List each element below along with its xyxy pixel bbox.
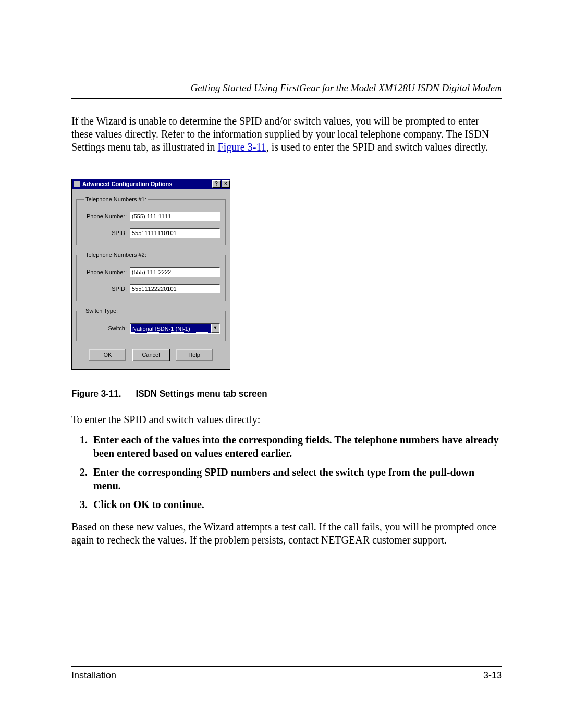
- group2-legend: Telephone Numbers #2:: [84, 252, 148, 258]
- phone1-label: Phone Number:: [82, 213, 130, 219]
- spid2-input[interactable]: [130, 284, 220, 293]
- step-item: Enter the corresponding SPID numbers and…: [90, 465, 502, 492]
- group3-legend: Switch Type:: [84, 307, 119, 314]
- switch-selected-value: National ISDN-1 (NI-1): [130, 324, 211, 333]
- switch-type-group: Switch Type: Switch: National ISDN-1 (NI…: [76, 307, 226, 341]
- step-item: Enter each of the values into the corres…: [90, 433, 502, 460]
- figure-number: Figure 3-11.: [71, 389, 121, 399]
- spid1-label: SPID:: [82, 230, 130, 236]
- cancel-button[interactable]: Cancel: [132, 349, 170, 361]
- telephone-numbers-1-group: Telephone Numbers #1: Phone Number: SPID…: [76, 196, 226, 245]
- dialog-titlebar: Advanced Configuration Options ? ×: [72, 179, 230, 189]
- page-header: Getting Started Using FirstGear for the …: [71, 82, 502, 94]
- step-item: Click on OK to continue.: [90, 498, 502, 511]
- group1-legend: Telephone Numbers #1:: [84, 196, 148, 202]
- ok-button[interactable]: OK: [89, 349, 126, 361]
- figure-caption: Figure 3-11.ISDN Settings menu tab scree…: [71, 389, 502, 399]
- dialog-title: Advanced Configuration Options: [82, 181, 211, 187]
- footer-right: 3-13: [483, 670, 502, 681]
- phone1-input[interactable]: [130, 212, 220, 221]
- figure-link[interactable]: Figure 3-11: [218, 141, 266, 153]
- switch-dropdown[interactable]: National ISDN-1 (NI-1) ▼: [130, 323, 220, 334]
- page-footer: Installation 3-13: [71, 666, 502, 681]
- spid1-input[interactable]: [130, 228, 220, 238]
- spid2-label: SPID:: [82, 286, 130, 292]
- advanced-config-dialog: Advanced Configuration Options ? × Telep…: [71, 179, 230, 370]
- figure-caption-text: ISDN Settings menu tab screen: [136, 389, 267, 399]
- steps-list: Enter each of the values into the corres…: [71, 433, 502, 511]
- telephone-numbers-2-group: Telephone Numbers #2: Phone Number: SPID…: [76, 252, 226, 301]
- intro-paragraph: If the Wizard is unable to determine the…: [71, 115, 502, 154]
- help-button[interactable]: Help: [176, 349, 213, 361]
- chevron-down-icon[interactable]: ▼: [211, 324, 219, 333]
- help-icon[interactable]: ?: [212, 180, 221, 188]
- phone2-input[interactable]: [130, 267, 220, 277]
- header-rule: [71, 98, 502, 99]
- close-icon[interactable]: ×: [222, 180, 230, 188]
- app-icon: [74, 181, 80, 187]
- steps-intro: To enter the SPID and switch values dire…: [71, 414, 502, 426]
- footer-rule: [71, 666, 502, 667]
- switch-label: Switch:: [82, 325, 130, 331]
- phone2-label: Phone Number:: [82, 269, 130, 275]
- intro-text-after: , is used to enter the SPID and switch v…: [266, 141, 488, 153]
- footer-left: Installation: [71, 670, 116, 681]
- closing-paragraph: Based on these new values, the Wizard at…: [71, 521, 502, 547]
